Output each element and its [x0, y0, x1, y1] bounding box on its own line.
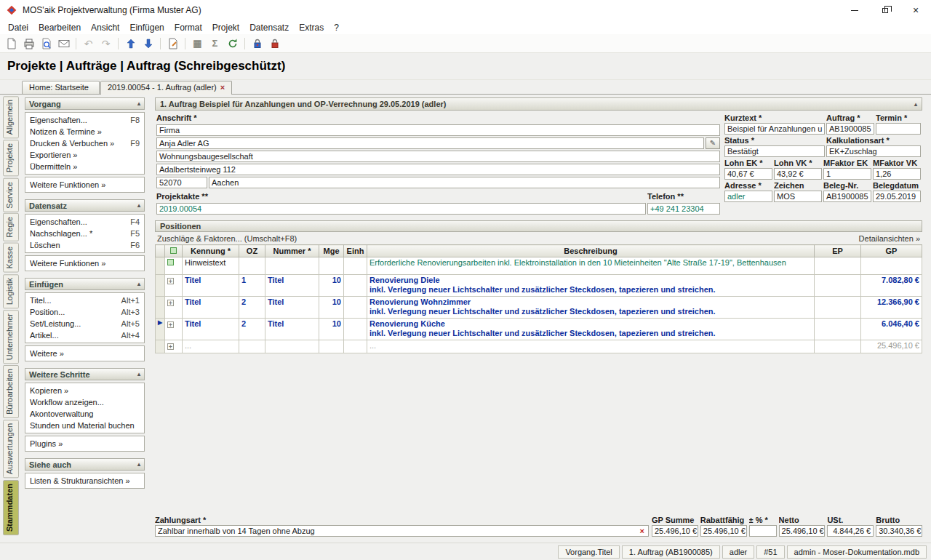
beleg-nr-field[interactable]: AB1900085 — [823, 191, 871, 202]
sidebar-group-header[interactable]: Weitere Schritte ▴ — [25, 368, 145, 380]
move-up-icon[interactable] — [122, 36, 139, 51]
anschrift-line2-field[interactable]: Anja Adler AG — [156, 137, 704, 149]
table-icon[interactable]: ▦ — [189, 36, 206, 51]
restore-button[interactable] — [870, 0, 900, 20]
anschrift-line3-field[interactable]: Wohnungsbaugesellschaft — [156, 151, 720, 162]
module-tab[interactable]: Regie — [3, 213, 19, 241]
module-tab[interactable]: Allgemein — [3, 96, 19, 138]
total-value-field[interactable]: 25.496,10 € — [652, 525, 698, 537]
sidebar-item[interactable]: Titel...Alt+1 — [25, 295, 144, 306]
sidebar-item[interactable]: Kopieren » — [25, 385, 144, 396]
column-header-kennung[interactable]: Kennung * — [183, 245, 239, 257]
table-row[interactable]: ▶ Titel 2 Titel 10 Renovierung Küche ink… — [156, 319, 922, 340]
mail-icon[interactable] — [55, 36, 72, 51]
ort-field[interactable]: Aachen — [209, 177, 720, 188]
plz-field[interactable]: 52070 — [156, 177, 207, 188]
projektakte-field[interactable]: 2019.00054 — [156, 203, 646, 215]
close-button[interactable]: × — [900, 0, 931, 20]
module-tab[interactable]: Service — [3, 178, 19, 212]
kurztext-field[interactable]: Beispiel für Anzahlungen u — [724, 123, 825, 135]
module-tab[interactable]: Auswertungen — [3, 420, 19, 478]
clear-zahlungsart-icon[interactable]: × — [639, 526, 646, 536]
undo-icon[interactable]: ↶ — [80, 36, 97, 51]
module-tab[interactable]: Projekte — [3, 140, 19, 176]
column-header-mge[interactable]: Mge — [319, 245, 344, 257]
menu-item[interactable]: Datensatz — [244, 22, 294, 33]
lohn-vk-field[interactable]: 43,92 € — [774, 168, 822, 180]
row-selector-cell[interactable] — [156, 275, 165, 297]
column-header-einh[interactable]: Einh — [344, 245, 367, 257]
termin-field[interactable] — [876, 123, 921, 135]
sidebar-item[interactable]: Exportieren » — [25, 149, 144, 161]
sidebar-item[interactable]: Weitere Funktionen » — [25, 179, 144, 191]
sidebar-item[interactable]: Set/Leistung...Alt+5 — [25, 318, 144, 329]
document-tab[interactable]: Home: Startseite — [22, 81, 100, 94]
menu-item[interactable]: Format — [169, 22, 207, 33]
sidebar-item[interactable]: LöschenF6 — [25, 239, 144, 251]
menu-item[interactable]: Projekt — [207, 22, 244, 33]
column-header-nummer[interactable]: Nummer * — [265, 245, 319, 257]
zahlungsart-field[interactable]: Zahlbar innerhalb von 14 Tagen ohne Abzu… — [155, 525, 649, 537]
sum-icon[interactable]: Σ — [207, 36, 223, 51]
menu-item[interactable]: ? — [329, 22, 344, 33]
sidebar-item[interactable]: Übermitteln » — [25, 161, 144, 172]
module-tab[interactable]: Kasse — [3, 243, 19, 273]
column-header-ep[interactable]: EP — [815, 245, 861, 257]
row-selector-cell[interactable] — [156, 340, 165, 353]
mfaktor-vk-field[interactable]: 1,26 — [873, 168, 921, 180]
row-selector-cell[interactable] — [156, 297, 165, 319]
menu-item[interactable]: Extras — [294, 22, 329, 33]
total-value-field[interactable]: 30.340,36 € — [876, 525, 922, 537]
menu-item[interactable]: Einfügen — [124, 22, 169, 33]
mfaktor-ek-field[interactable]: 1 — [823, 168, 871, 180]
move-down-icon[interactable] — [140, 36, 156, 51]
row-selector-cell[interactable]: ▶ — [156, 319, 165, 340]
document-tab[interactable]: 2019.00054 - 1. Auftrag (adler) × — [100, 81, 232, 95]
sidebar-item[interactable]: Plugins » — [25, 438, 144, 449]
sidebar-group-header[interactable]: Einfügen ▴ — [25, 278, 145, 290]
sidebar-item[interactable]: Position...Alt+3 — [25, 306, 144, 318]
total-value-field[interactable] — [749, 525, 777, 537]
sidebar-group-header[interactable]: Siehe auch ▴ — [25, 458, 145, 471]
anschrift-line1-field[interactable]: Firma — [156, 124, 720, 136]
adresse-field[interactable]: adler — [724, 191, 772, 202]
module-tab[interactable]: Büroarbeiten — [3, 365, 19, 418]
sidebar-item[interactable]: Notizen & Termine » — [25, 126, 144, 137]
auftrag-field[interactable]: AB1900085 — [826, 123, 874, 135]
sidebar-group-header[interactable]: Vorgang ▴ — [25, 97, 145, 110]
sidebar-item[interactable]: Eigenschaften...F8 — [25, 114, 144, 126]
table-row[interactable]: ... ... 25.496,10 € — [156, 340, 922, 353]
belegdatum-field[interactable]: 29.05.2019 — [873, 191, 921, 202]
module-tab[interactable]: Logistik — [3, 274, 19, 308]
print-preview-icon[interactable] — [38, 36, 55, 51]
status-field[interactable]: Bestätigt — [724, 145, 825, 157]
column-header-gp[interactable]: GP — [861, 245, 922, 257]
sidebar-group-header[interactable]: Datensatz ▴ — [25, 199, 145, 212]
sidebar-item[interactable]: Weitere Funktionen » — [25, 257, 144, 269]
sidebar-item[interactable]: Drucken & Verbuchen »F9 — [25, 137, 144, 149]
total-value-field[interactable]: 25.496,10 € — [779, 525, 826, 537]
sidebar-item[interactable]: Nachschlagen... *F5 — [25, 228, 144, 239]
column-header-beschreibung[interactable]: Beschreibung — [367, 245, 815, 257]
module-tab[interactable]: Unternehmer — [3, 310, 19, 364]
sidebar-item[interactable]: Stunden und Material buchen — [25, 420, 144, 431]
zuschlaege-faktoren-link[interactable]: Zuschläge & Faktoren... (Umschalt+F8) — [157, 234, 297, 243]
telefon-field[interactable]: +49 241 23304 — [647, 203, 720, 215]
row-selector-cell[interactable] — [156, 257, 165, 275]
lock-blue-icon[interactable] — [249, 36, 265, 51]
anschrift-line4-field[interactable]: Adalbertsteinweg 112 — [156, 164, 720, 175]
menu-item[interactable]: Datei — [3, 22, 33, 33]
edit-document-icon[interactable] — [164, 36, 181, 51]
table-row[interactable]: Titel 2 Titel 10 Renovierung Wohnzimmer … — [156, 297, 922, 319]
sidebar-item[interactable]: Listen & Strukturansichten » — [25, 475, 144, 487]
print-icon[interactable] — [20, 36, 37, 51]
module-tab[interactable]: Stammdaten — [3, 480, 19, 535]
kalkulationsart-field[interactable]: EK+Zuschlag — [826, 145, 921, 157]
new-document-icon[interactable] — [3, 36, 20, 51]
collapse-icon[interactable]: ▴ — [914, 101, 917, 108]
sidebar-item[interactable]: Akontoverwaltung — [25, 408, 144, 420]
sidebar-item[interactable]: Workflow anzeigen... — [25, 396, 144, 408]
table-row[interactable]: Hinweistext Erforderliche Renovierungsar… — [156, 257, 922, 275]
total-value-field[interactable]: 25.496,10 € — [700, 525, 747, 537]
sidebar-item[interactable]: Artikel...Alt+4 — [25, 329, 144, 341]
